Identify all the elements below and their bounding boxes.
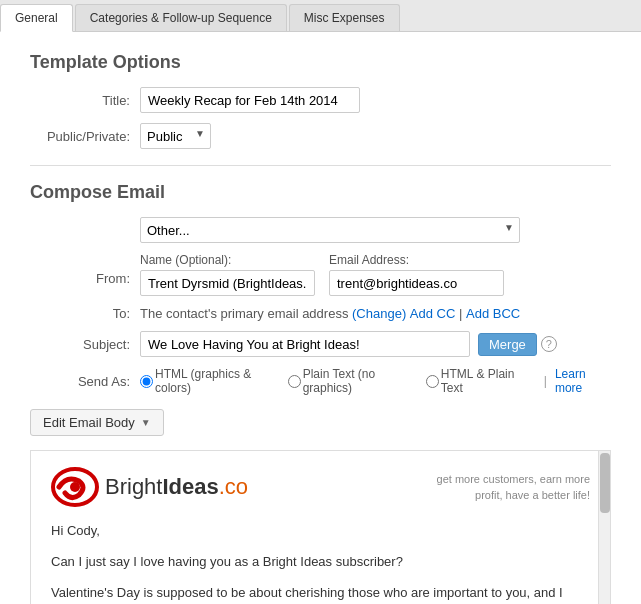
radio-plain[interactable] xyxy=(288,375,301,388)
radio-html-label[interactable]: HTML (graphics & colors) xyxy=(140,367,278,395)
edit-btn-wrapper: Edit Email Body ▼ xyxy=(30,409,611,436)
main-content: Template Options Title: Public/Private: … xyxy=(0,32,641,604)
compose-email-section: Compose Email Other... From: Name (Optio… xyxy=(30,182,611,604)
from-label: From: xyxy=(30,253,140,286)
edit-btn-label: Edit Email Body xyxy=(43,415,135,430)
to-label: To: xyxy=(30,306,140,321)
radio-plain-label[interactable]: Plain Text (no graphics) xyxy=(288,367,416,395)
subject-input[interactable] xyxy=(140,331,470,357)
merge-button[interactable]: Merge xyxy=(478,333,537,356)
scrollbar[interactable] xyxy=(598,451,610,604)
logo-bold: Ideas xyxy=(162,474,218,499)
learn-more-link[interactable]: Learn more xyxy=(555,367,611,395)
public-private-select-wrapper: Public Private xyxy=(140,123,211,149)
compose-type-select-wrapper: Other... xyxy=(140,217,520,243)
section-divider xyxy=(30,165,611,166)
subject-row: Subject: Merge ? xyxy=(30,331,611,357)
edit-email-body-button[interactable]: Edit Email Body ▼ xyxy=(30,409,164,436)
radio-html-text: HTML (graphics & colors) xyxy=(155,367,278,395)
tab-misc[interactable]: Misc Expenses xyxy=(289,4,400,31)
send-as-options: HTML (graphics & colors) Plain Text (no … xyxy=(140,367,611,395)
public-private-label: Public/Private: xyxy=(30,129,140,144)
radio-both-label[interactable]: HTML & Plain Text xyxy=(426,367,530,395)
radio-both[interactable] xyxy=(426,375,439,388)
to-space3: | xyxy=(455,306,466,321)
email-field-group: Email Address: xyxy=(329,253,504,296)
to-row: To: The contact's primary email address … xyxy=(30,306,611,321)
logo-co: .co xyxy=(219,474,248,499)
name-field-group: Name (Optional): xyxy=(140,253,315,296)
preview-header: BrightIdeas.co get more customers, earn … xyxy=(51,467,590,507)
paragraph1: Can I just say I love having you as a Br… xyxy=(51,552,590,573)
template-options-title: Template Options xyxy=(30,52,611,73)
change-link[interactable]: (Change) xyxy=(352,306,406,321)
subject-label: Subject: xyxy=(30,337,140,352)
logo-text-area: BrightIdeas.co xyxy=(105,474,248,500)
tab-general[interactable]: General xyxy=(0,4,73,32)
preview-body: Hi Cody, Can I just say I love having yo… xyxy=(51,521,590,604)
svg-point-1 xyxy=(70,482,80,492)
radio-html[interactable] xyxy=(140,375,153,388)
logo-swirl-icon xyxy=(51,467,99,507)
tagline-line1: get more customers, earn more xyxy=(437,471,590,488)
compose-type-select[interactable]: Other... xyxy=(140,217,520,243)
title-label: Title: xyxy=(30,93,140,108)
public-private-select[interactable]: Public Private xyxy=(140,123,211,149)
pipe-separator: | xyxy=(544,374,547,388)
from-email-input[interactable] xyxy=(329,270,504,296)
tab-categories[interactable]: Categories & Follow-up Sequence xyxy=(75,4,287,31)
send-as-row: Send As: HTML (graphics & colors) Plain … xyxy=(30,367,611,395)
tagline: get more customers, earn more profit, ha… xyxy=(437,471,590,504)
from-fields: Name (Optional): Email Address: xyxy=(140,253,504,296)
radio-plain-text: Plain Text (no graphics) xyxy=(303,367,416,395)
title-input[interactable] xyxy=(140,87,360,113)
greeting: Hi Cody, xyxy=(51,521,590,542)
preview-inner: BrightIdeas.co get more customers, earn … xyxy=(31,451,610,604)
public-private-row: Public/Private: Public Private xyxy=(30,123,611,149)
tab-bar: General Categories & Follow-up Sequence … xyxy=(0,0,641,32)
send-as-label: Send As: xyxy=(30,374,140,389)
compose-email-title: Compose Email xyxy=(30,182,611,203)
scrollbar-thumb[interactable] xyxy=(600,453,610,513)
email-preview-container: BrightIdeas.co get more customers, earn … xyxy=(30,450,611,604)
add-bcc-link[interactable]: Add BCC xyxy=(466,306,520,321)
from-row: From: Name (Optional): Email Address: xyxy=(30,253,611,296)
logo-area: BrightIdeas.co xyxy=(51,467,248,507)
email-address-label: Email Address: xyxy=(329,253,504,267)
help-icon[interactable]: ? xyxy=(541,336,557,352)
edit-btn-arrow: ▼ xyxy=(141,417,151,428)
email-preview: BrightIdeas.co get more customers, earn … xyxy=(30,450,611,604)
title-row: Title: xyxy=(30,87,611,113)
paragraph2: Valentine's Day is supposed to be about … xyxy=(51,583,590,604)
name-optional-label: Name (Optional): xyxy=(140,253,315,267)
add-cc-link[interactable]: Add CC xyxy=(410,306,456,321)
compose-dropdown-row: Other... xyxy=(30,217,611,243)
to-primary-text: The contact's primary email address xyxy=(140,306,348,321)
radio-both-text: HTML & Plain Text xyxy=(441,367,530,395)
from-name-input[interactable] xyxy=(140,270,315,296)
tagline-line2: profit, have a better life! xyxy=(437,487,590,504)
